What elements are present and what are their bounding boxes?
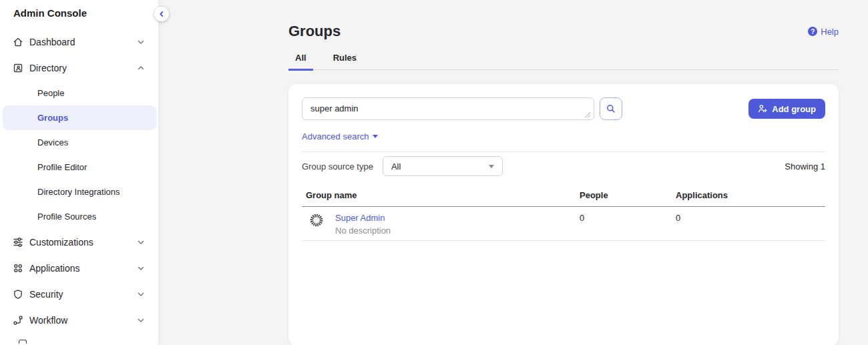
reports-icon-partial [19, 340, 27, 344]
chevron-down-icon [136, 237, 146, 248]
page-title: Groups [288, 23, 341, 40]
add-group-icon [758, 104, 767, 113]
sidebar-item-label: Customizations [29, 237, 93, 248]
sidebar-item-directory[interactable]: Directory [0, 55, 158, 81]
table-row[interactable]: Super Admin No description 0 0 [302, 207, 825, 241]
add-group-button[interactable]: Add group [748, 99, 825, 119]
sidebar-item-devices[interactable]: Devices [0, 130, 158, 155]
sidebar-item-label: Workflow [29, 315, 67, 326]
search-input[interactable]: super admin [302, 97, 594, 120]
sidebar-subitem-label: Devices [37, 137, 68, 147]
sidebar-subitem-label: Profile Sources [37, 212, 96, 222]
applications-count: 0 [672, 207, 825, 240]
sliders-icon [13, 237, 23, 248]
showing-count: Showing 1 [785, 161, 825, 171]
sidebar-subitem-label: Groups [37, 113, 68, 123]
groups-table: Group name People Applications Super Adm… [302, 190, 825, 241]
chevron-up-icon [136, 63, 146, 73]
divider [302, 151, 825, 152]
column-people: People [576, 190, 672, 200]
group-name-block: Super Admin No description [335, 212, 391, 240]
add-group-label: Add group [772, 104, 816, 114]
search-button[interactable] [600, 97, 622, 120]
group-name-cell: Super Admin No description [302, 207, 576, 240]
search-row: super admin Add group [302, 97, 825, 123]
advanced-search-label: Advanced search [302, 131, 369, 141]
shield-icon [13, 289, 23, 300]
sidebar-subitem-label: Directory Integrations [37, 187, 120, 197]
app-title: Admin Console [0, 0, 158, 29]
group-burst-icon [308, 212, 324, 240]
chevron-down-icon [136, 37, 146, 47]
sidebar-item-customizations[interactable]: Customizations [0, 229, 158, 255]
people-count: 0 [576, 207, 672, 240]
chevron-left-icon [158, 10, 166, 18]
sidebar-item-dashboard[interactable]: Dashboard [0, 29, 158, 55]
apps-icon [13, 263, 23, 274]
chevron-down-icon [136, 263, 146, 274]
directory-icon [13, 63, 23, 73]
sidebar-item-groups[interactable]: Groups [3, 105, 156, 130]
caret-down-icon [489, 165, 494, 168]
page-header: Groups ? Help [288, 23, 839, 40]
help-label: Help [821, 27, 839, 37]
chevron-down-icon [136, 315, 146, 326]
search-icon [606, 103, 616, 114]
tabbar: All Rules [288, 53, 839, 70]
sidebar: Admin Console Dashboard Directory People… [0, 0, 158, 345]
help-link[interactable]: ? Help [808, 27, 839, 37]
chevron-down-icon [136, 289, 146, 300]
tab-rules[interactable]: Rules [327, 53, 363, 71]
sidebar-collapse-button[interactable] [154, 7, 169, 21]
select-value: All [391, 161, 401, 171]
sidebar-subitem-label: People [37, 88, 64, 98]
group-description: No description [335, 226, 391, 236]
sidebar-item-label: Dashboard [29, 37, 75, 47]
tab-all[interactable]: All [288, 53, 313, 71]
sidebar-item-label: Security [29, 289, 63, 300]
sidebar-item-people[interactable]: People [0, 81, 158, 105]
home-icon [13, 37, 23, 47]
resize-grip-icon[interactable] [584, 111, 591, 118]
filter-row: Group source type All Showing 1 [302, 156, 825, 176]
table-header: Group name People Applications [302, 190, 825, 207]
sidebar-item-profile-editor[interactable]: Profile Editor [0, 155, 158, 180]
sidebar-item-security[interactable]: Security [0, 281, 158, 307]
sidebar-subitem-label: Profile Editor [37, 162, 87, 172]
column-applications: Applications [672, 190, 825, 200]
sidebar-item-label: Applications [29, 263, 80, 274]
workflow-icon [13, 315, 23, 326]
sidebar-item-directory-integrations[interactable]: Directory Integrations [0, 180, 158, 204]
sidebar-item-label: Directory [29, 63, 67, 73]
caret-down-icon [373, 135, 378, 138]
help-icon: ? [808, 27, 817, 36]
main-content: Groups ? Help All Rules super admin [158, 0, 868, 345]
column-group-name: Group name [302, 190, 576, 200]
sidebar-item-profile-sources[interactable]: Profile Sources [0, 204, 158, 229]
sidebar-item-applications[interactable]: Applications [0, 255, 158, 281]
group-name-link[interactable]: Super Admin [335, 212, 391, 224]
group-source-type-select[interactable]: All [383, 156, 503, 176]
sidebar-item-workflow[interactable]: Workflow [0, 307, 158, 333]
groups-card: super admin Add group Advanced search [288, 84, 839, 345]
advanced-search-link[interactable]: Advanced search [302, 131, 378, 141]
group-source-type-label: Group source type [302, 161, 373, 171]
